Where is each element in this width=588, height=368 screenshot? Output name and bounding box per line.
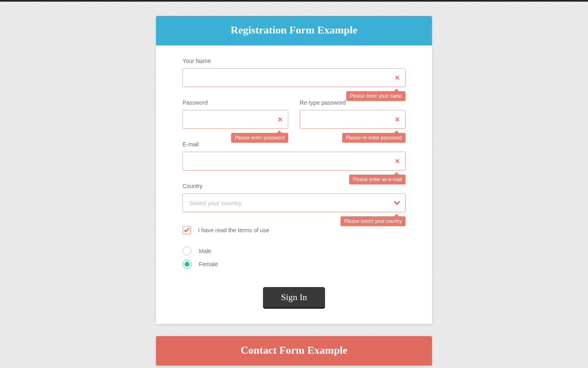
contact-title: Contact Form Example: [241, 344, 347, 356]
email-label: E-mail: [183, 141, 405, 148]
name-group: Your Name Please enter your name: [183, 58, 405, 87]
password-group: Password Please enter password: [183, 99, 288, 129]
check-icon: [183, 227, 190, 233]
gender-option-male: Male: [183, 247, 405, 256]
repassword-input[interactable]: [300, 110, 405, 129]
terms-row: I have read the terms of use: [183, 226, 405, 234]
gender-option-female: Female: [183, 260, 405, 269]
radio-dot-icon: [185, 262, 189, 267]
registration-header: Registration Form Example: [156, 16, 432, 45]
terms-label: I have read the terms of use: [198, 227, 269, 233]
radio-female-label: Female: [199, 261, 218, 267]
error-x-icon: [394, 116, 401, 123]
sign-in-button[interactable]: Sign In: [263, 287, 325, 307]
registration-panel: Registration Form Example Your Name Plea…: [156, 16, 432, 324]
gender-group: Male Female: [183, 247, 405, 269]
repassword-label: Re-type password: [300, 99, 405, 106]
country-error-tooltip: Please select your country: [341, 216, 405, 226]
registration-title: Registration Form Example: [231, 24, 358, 36]
error-x-icon: [277, 116, 283, 123]
email-input[interactable]: [183, 152, 405, 171]
radio-male[interactable]: [183, 247, 192, 256]
terms-checkbox[interactable]: [183, 226, 191, 234]
name-input[interactable]: [183, 68, 405, 87]
contact-header: Contact Form Example: [156, 336, 432, 366]
country-group: Country Select your country Please selec…: [183, 183, 405, 212]
error-x-icon: [394, 74, 401, 81]
chevron-down-icon: [393, 199, 401, 206]
name-label: Your Name: [183, 58, 405, 64]
contact-panel: Contact Form Example: [156, 336, 432, 366]
radio-female[interactable]: [183, 260, 192, 269]
country-select[interactable]: [183, 193, 405, 212]
error-x-icon: [394, 158, 401, 164]
password-label: Password: [183, 99, 288, 106]
email-group: E-mail Please enter an e-mail: [183, 141, 405, 171]
registration-body: Your Name Please enter your name Passwor…: [156, 45, 432, 324]
password-input[interactable]: [183, 110, 288, 129]
radio-male-label: Male: [199, 248, 211, 254]
repassword-group: Re-type password Please re-enter passwor…: [300, 99, 405, 129]
country-label: Country: [183, 183, 405, 189]
sign-in-label: Sign In: [281, 292, 307, 302]
